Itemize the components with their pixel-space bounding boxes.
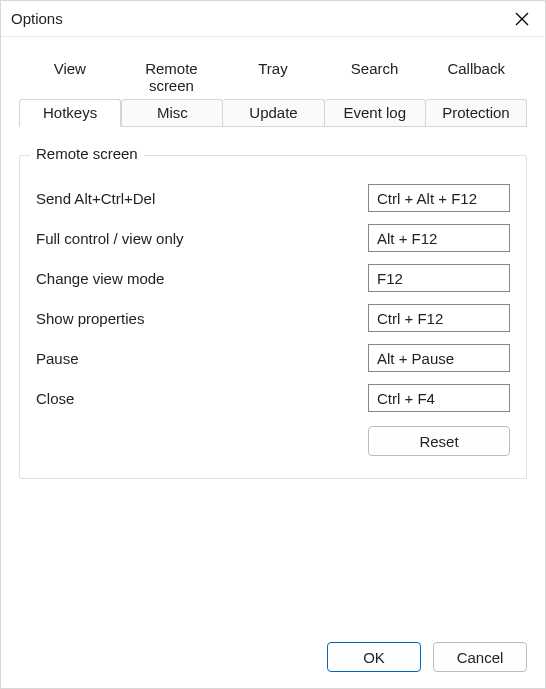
tab-control: View Remote screen Tray Search Callback … [19,55,527,127]
hotkey-input-show-properties[interactable] [368,304,510,332]
dialog-footer: OK Cancel [1,626,545,688]
tab-event-log[interactable]: Event log [325,99,426,127]
titlebar: Options [1,1,545,37]
hotkey-label: Close [36,390,368,407]
tab-row-front: Hotkeys Misc Update Event log Protection [19,99,527,127]
reset-button[interactable]: Reset [368,426,510,456]
group-legend: Remote screen [30,145,144,162]
tab-remote-screen[interactable]: Remote screen [121,55,223,100]
tab-view[interactable]: View [19,55,121,100]
hotkey-label: Pause [36,350,368,367]
hotkey-row-send-alt-ctrl-del: Send Alt+Ctrl+Del [36,184,510,212]
hotkey-label: Send Alt+Ctrl+Del [36,190,368,207]
tab-tray[interactable]: Tray [222,55,324,100]
hotkey-row-show-properties: Show properties [36,304,510,332]
hotkey-label: Show properties [36,310,368,327]
remote-screen-group: Remote screen Send Alt+Ctrl+Del Full con… [19,155,527,479]
hotkey-row-close: Close [36,384,510,412]
tab-search[interactable]: Search [324,55,426,100]
cancel-button[interactable]: Cancel [433,642,527,672]
hotkey-input-send-alt-ctrl-del[interactable] [368,184,510,212]
close-icon [515,12,529,26]
content-area: View Remote screen Tray Search Callback … [1,37,545,626]
ok-button[interactable]: OK [327,642,421,672]
tab-protection[interactable]: Protection [426,99,527,127]
hotkey-input-pause[interactable] [368,344,510,372]
options-dialog: Options View Remote screen Tray Search C… [0,0,546,689]
hotkey-input-full-control[interactable] [368,224,510,252]
hotkey-input-change-view[interactable] [368,264,510,292]
hotkey-row-change-view: Change view mode [36,264,510,292]
tab-panel-hotkeys: Remote screen Send Alt+Ctrl+Del Full con… [19,127,527,479]
tab-hotkeys[interactable]: Hotkeys [19,99,121,127]
hotkey-label: Change view mode [36,270,368,287]
window-title: Options [11,10,63,27]
tab-callback[interactable]: Callback [425,55,527,100]
hotkey-row-pause: Pause [36,344,510,372]
hotkey-row-full-control: Full control / view only [36,224,510,252]
tab-misc[interactable]: Misc [121,99,223,127]
tab-row-back: View Remote screen Tray Search Callback [19,55,527,99]
window-close-button[interactable] [499,1,545,36]
hotkey-input-close[interactable] [368,384,510,412]
tab-update[interactable]: Update [223,99,324,127]
hotkey-label: Full control / view only [36,230,368,247]
reset-row: Reset [36,426,510,456]
